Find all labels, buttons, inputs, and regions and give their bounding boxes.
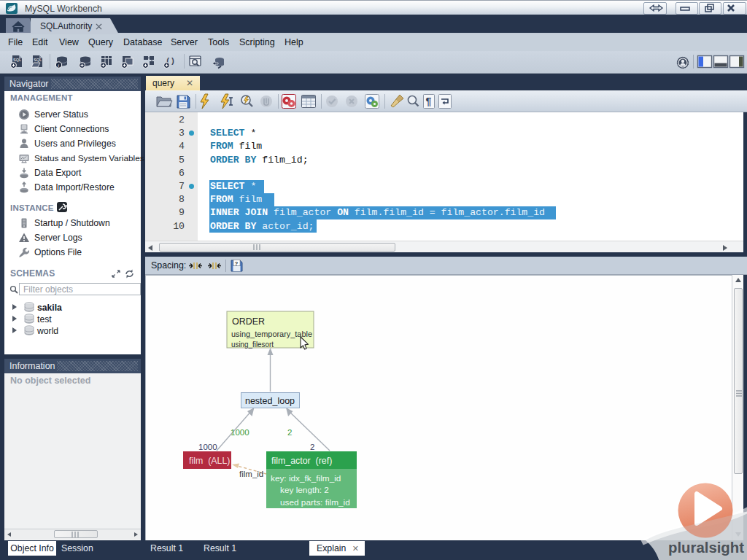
svg-text:SQL: SQL — [34, 58, 42, 62]
svg-text:using_filesort: using_filesort — [231, 340, 274, 349]
svg-text:1000: 1000 — [231, 428, 249, 437]
svg-text:film_actor (ref): film_actor (ref) — [271, 456, 332, 466]
svg-text:1000: 1000 — [198, 443, 217, 451]
svg-text:ORDER: ORDER — [232, 316, 265, 327]
svg-text:nested_loop: nested_loop — [245, 396, 295, 406]
svg-text:?: ? — [235, 260, 239, 267]
svg-text:¶: ¶ — [426, 96, 432, 107]
svg-text:used parts: film_id: used parts: film_id — [280, 497, 350, 508]
svg-text:2: 2 — [287, 428, 292, 437]
svg-text:key: idx_fk_film_id: key: idx_fk_film_id — [271, 473, 341, 483]
svg-text:SQL: SQL — [13, 58, 21, 62]
svg-text:using_temporary_table: using_temporary_table — [231, 330, 312, 338]
svg-text:film (ALL): film (ALL) — [189, 456, 230, 466]
svg-text:2: 2 — [310, 443, 314, 451]
svg-text:key length: 2: key length: 2 — [280, 485, 329, 495]
svg-text:film_id: film_id — [239, 470, 263, 478]
svg-text:i: i — [58, 63, 59, 69]
